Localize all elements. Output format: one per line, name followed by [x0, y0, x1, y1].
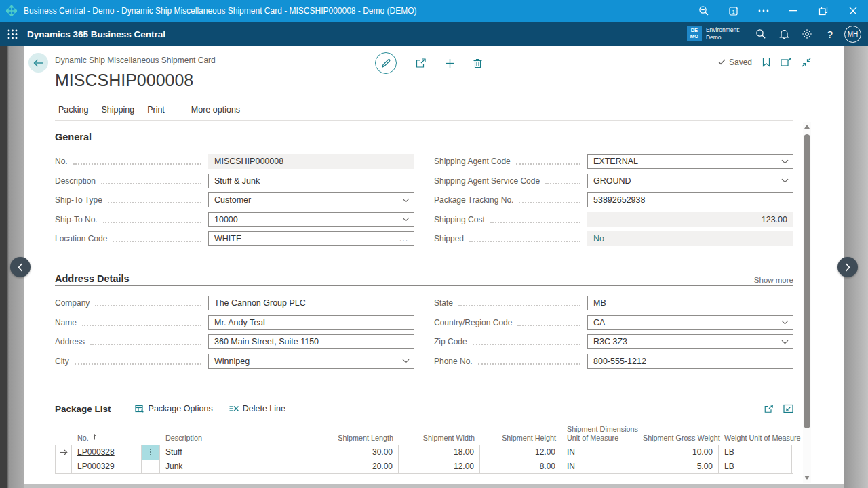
- brand-title[interactable]: Dynamics 365 Business Central: [27, 29, 165, 39]
- expand-part-icon[interactable]: [783, 404, 793, 413]
- city-select[interactable]: Winnipeg: [208, 354, 414, 369]
- cell-weight-uom[interactable]: LB: [719, 445, 792, 460]
- chevron-down-icon[interactable]: [782, 157, 789, 163]
- package-tracking-no-field[interactable]: 53892652938: [587, 192, 793, 207]
- waffle-icon[interactable]: [0, 22, 24, 46]
- col-header-gross-weight[interactable]: Shipment Gross Weight: [637, 434, 719, 445]
- address-details-section-title[interactable]: Address Details: [55, 273, 130, 284]
- menu-item-more-options[interactable]: More options: [191, 105, 240, 115]
- scrollbar-thumb[interactable]: [804, 134, 810, 428]
- col-header-dimensions-uom[interactable]: Shipment DimensionsUnit of Measure: [561, 425, 637, 445]
- cell-dimensions-uom[interactable]: IN: [561, 460, 637, 474]
- menu-item-packing[interactable]: Packing: [58, 105, 88, 115]
- cell-shipment-length[interactable]: 30.00: [317, 445, 399, 460]
- package-list-title[interactable]: Package List: [55, 404, 111, 414]
- cell-description[interactable]: Junk: [160, 460, 317, 474]
- name-field[interactable]: Mr. Andy Teal: [208, 315, 414, 330]
- general-section-title[interactable]: General: [55, 131, 92, 142]
- table-row: LP000329 Junk 20.00 12.00 8.00 IN 5.00 L…: [56, 460, 793, 474]
- row-menu-cell[interactable]: [142, 445, 160, 460]
- location-code-label: Location Code: [55, 234, 208, 243]
- row-menu-cell[interactable]: [142, 460, 160, 474]
- scroll-down-arrow[interactable]: [804, 476, 810, 480]
- col-header-shipment-length[interactable]: Shipment Length: [317, 434, 399, 445]
- next-record-button[interactable]: [837, 257, 858, 277]
- restore-icon[interactable]: [808, 0, 838, 22]
- collapse-icon[interactable]: [802, 58, 811, 67]
- package-options-button[interactable]: Package Options: [135, 404, 213, 413]
- window-switcher-icon[interactable]: 1: [719, 0, 749, 22]
- menu-separator: [55, 120, 793, 121]
- cell-shipment-height[interactable]: 12.00: [480, 445, 561, 460]
- cell-shipment-width[interactable]: 12.00: [399, 460, 480, 474]
- shipping-agent-service-code-select[interactable]: GROUND: [587, 174, 793, 188]
- state-field[interactable]: MB: [587, 296, 793, 310]
- package-options-icon: [135, 405, 144, 413]
- ship-to-no-label: Ship-To No.: [55, 215, 208, 224]
- cell-no[interactable]: LP000328: [72, 445, 142, 460]
- col-header-shipment-width[interactable]: Shipment Width: [399, 434, 480, 445]
- vertical-scrollbar[interactable]: [803, 122, 811, 483]
- bell-icon[interactable]: [772, 22, 795, 46]
- bookmark-icon[interactable]: [762, 57, 770, 67]
- zip-code-select[interactable]: R3C 3Z3: [587, 334, 793, 349]
- zoom-out-icon[interactable]: [689, 0, 719, 22]
- phone-no-label: Phone No.: [434, 357, 587, 366]
- back-button[interactable]: [28, 53, 48, 73]
- chevron-down-icon[interactable]: [403, 215, 410, 222]
- assist-edit-icon[interactable]: ...: [399, 235, 408, 242]
- description-field[interactable]: Stuff & Junk: [208, 174, 414, 188]
- previous-record-button[interactable]: [10, 257, 31, 277]
- cell-shipment-length[interactable]: 20.00: [317, 460, 399, 474]
- no-field: MISCSHIP000008: [208, 154, 414, 169]
- gear-icon[interactable]: [795, 22, 818, 46]
- country-region-code-select[interactable]: CA: [587, 315, 793, 330]
- chevron-down-icon[interactable]: [782, 337, 789, 344]
- state-label: State: [434, 298, 587, 308]
- cell-gross-weight[interactable]: 10.00: [637, 445, 719, 460]
- environment-indicator[interactable]: DEMO Environment:Demo: [687, 26, 740, 41]
- col-header-no[interactable]: No.: [72, 434, 142, 445]
- cell-gross-weight[interactable]: 5.00: [637, 460, 719, 474]
- cell-shipment-height[interactable]: 8.00: [480, 460, 561, 474]
- open-window-icon[interactable]: [781, 58, 791, 67]
- cell-weight-uom[interactable]: LB: [719, 460, 792, 474]
- environment-badge: DEMO: [687, 26, 702, 41]
- cell-description[interactable]: Stuff: [160, 445, 317, 460]
- more-icon[interactable]: [749, 0, 778, 22]
- chevron-down-icon[interactable]: [403, 357, 410, 363]
- menu-item-shipping[interactable]: Shipping: [101, 105, 134, 115]
- close-icon[interactable]: [838, 0, 868, 22]
- show-more-link[interactable]: Show more: [754, 276, 793, 284]
- help-icon[interactable]: ?: [818, 22, 842, 46]
- chevron-down-icon[interactable]: [403, 195, 410, 202]
- cell-no[interactable]: LP000329: [72, 460, 142, 474]
- minimize-icon[interactable]: [778, 0, 808, 22]
- add-icon[interactable]: [445, 58, 455, 68]
- col-header-description[interactable]: Description: [160, 434, 317, 445]
- address-field[interactable]: 360 Main Street, Suite 1150: [208, 334, 414, 349]
- search-icon[interactable]: [749, 22, 772, 46]
- location-code-field[interactable]: WHITE...: [208, 231, 414, 246]
- cell-shipment-width[interactable]: 18.00: [399, 445, 480, 460]
- cell-dimensions-uom[interactable]: IN: [561, 445, 637, 460]
- avatar[interactable]: MH: [844, 26, 861, 43]
- sort-asc-icon: [92, 434, 97, 440]
- ship-to-no-select[interactable]: 10000: [208, 212, 414, 227]
- delete-icon[interactable]: [473, 58, 482, 68]
- col-header-weight-uom[interactable]: Weight Unit of Measure: [719, 434, 792, 445]
- ship-to-type-select[interactable]: Customer: [208, 192, 414, 207]
- delete-line-button[interactable]: Delete Line: [229, 404, 285, 413]
- scroll-up-arrow[interactable]: [804, 125, 810, 129]
- phone-no-field[interactable]: 800-555-1212: [587, 354, 793, 369]
- edit-icon[interactable]: [375, 52, 397, 74]
- share-icon[interactable]: [415, 58, 427, 68]
- chevron-down-icon[interactable]: [782, 176, 789, 183]
- company-field[interactable]: The Cannon Group PLC: [208, 296, 414, 310]
- menu-item-print[interactable]: Print: [147, 105, 165, 115]
- col-header-shipment-height[interactable]: Shipment Height: [480, 434, 561, 445]
- package-tracking-no-label: Package Tracking No.: [434, 195, 587, 205]
- shipping-agent-code-select[interactable]: EXTERNAL: [587, 154, 793, 169]
- chevron-down-icon[interactable]: [782, 318, 789, 325]
- share-icon[interactable]: [764, 404, 774, 413]
